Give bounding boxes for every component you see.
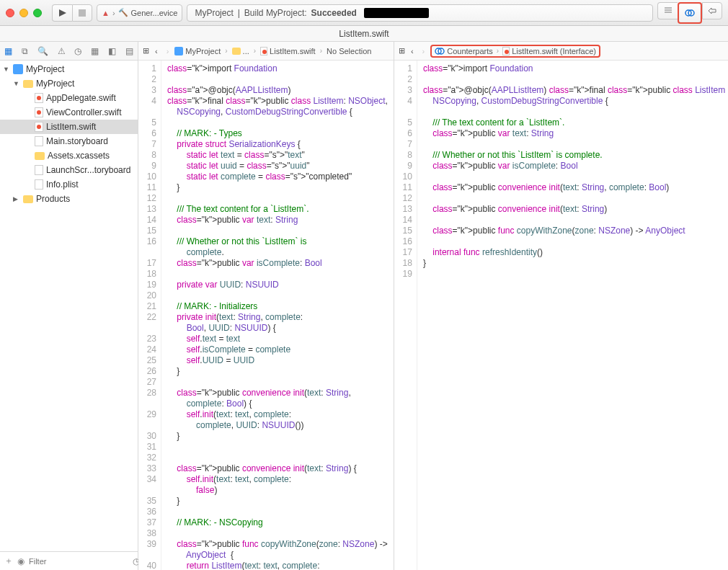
file-label: Main.storyboard bbox=[46, 136, 108, 146]
jump-file[interactable]: ListItem.swift bbox=[260, 47, 316, 55]
app-icon: ▲ bbox=[102, 9, 110, 17]
file-label: Info.plist bbox=[46, 179, 79, 190]
project-navigator-tab[interactable]: ▦ bbox=[4, 46, 12, 56]
chevron-icon: › bbox=[252, 47, 257, 55]
chevron-icon: › bbox=[319, 47, 324, 55]
tree-file[interactable]: AppDelegate.swift bbox=[0, 91, 138, 105]
jump-counterparts[interactable]: Counterparts bbox=[435, 47, 493, 55]
navigator-tabs: ▦ ⧉ 🔍 ⚠ ◷ ▦ ◧ ▤ bbox=[0, 42, 138, 61]
related-items-icon[interactable]: ⊞ bbox=[143, 46, 149, 55]
symbol-navigator-tab[interactable]: ⧉ bbox=[22, 46, 28, 56]
scheme-selector[interactable]: ▲ › 🔨 Gener...evice bbox=[97, 4, 182, 22]
filter-input[interactable] bbox=[29, 557, 128, 566]
run-stop-group bbox=[52, 4, 92, 22]
jump-selection[interactable]: No Selection bbox=[327, 47, 371, 55]
issue-navigator-tab[interactable]: ⚠ bbox=[58, 46, 66, 56]
close-window-button[interactable] bbox=[6, 9, 14, 17]
assistant-editor-button[interactable] bbox=[680, 4, 700, 22]
forward-button[interactable]: › bbox=[420, 47, 428, 55]
counterparts-highlight: Counterparts › ListItem.swift (Interface… bbox=[430, 45, 600, 58]
report-navigator-tab[interactable]: ▤ bbox=[125, 46, 133, 56]
folder-icon bbox=[23, 80, 33, 88]
redacted-area bbox=[364, 8, 429, 18]
zoom-window-button[interactable] bbox=[33, 9, 42, 17]
activity-status[interactable]: MyProject | Build MyProject: Succeeded bbox=[187, 4, 653, 22]
back-button[interactable]: ‹ bbox=[152, 47, 161, 55]
file-title: ListItem.swift bbox=[339, 29, 389, 39]
chevron-right-icon: › bbox=[112, 9, 115, 17]
swift-file-icon bbox=[35, 93, 43, 103]
tree-file[interactable]: Info.plist bbox=[0, 177, 138, 192]
disclosure-icon[interactable]: ▼ bbox=[3, 66, 10, 73]
swift-file-icon bbox=[35, 107, 43, 117]
related-items-icon[interactable]: ⊞ bbox=[399, 46, 405, 55]
jump-bar-right[interactable]: ⊞ ‹ › Counterparts › ListItem.swift (Int… bbox=[394, 42, 728, 61]
status-action: Build MyProject: bbox=[244, 8, 307, 18]
project-icon bbox=[174, 47, 183, 55]
folder-icon bbox=[23, 195, 33, 203]
jump-folder[interactable]: ... bbox=[232, 47, 249, 55]
assets-icon bbox=[35, 152, 45, 160]
folder-icon bbox=[232, 48, 241, 55]
products-label: Products bbox=[36, 194, 70, 204]
storyboard-file-icon bbox=[35, 165, 43, 175]
jump-project[interactable]: MyProject bbox=[174, 47, 221, 55]
code-content[interactable]: class="k">import Foundation class="a">@o… bbox=[161, 61, 394, 570]
status-sep: | bbox=[238, 8, 240, 18]
chevron-icon: › bbox=[223, 47, 228, 55]
tree-group[interactable]: ▼ MyProject bbox=[0, 76, 138, 91]
tree-file[interactable]: ViewController.swift bbox=[0, 105, 138, 120]
disclosure-icon[interactable]: ▼ bbox=[13, 80, 20, 87]
status-result: Succeeded bbox=[311, 8, 357, 18]
breakpoint-navigator-tab[interactable]: ◧ bbox=[108, 46, 116, 56]
forward-button[interactable]: › bbox=[164, 47, 172, 55]
navigator-footer: ＋ ◉ ◷ ▢ bbox=[0, 551, 138, 570]
filter-scope-icon[interactable]: ◉ bbox=[17, 556, 25, 566]
code-content[interactable]: class="k">import Foundation class="a">@o… bbox=[417, 61, 728, 570]
assistant-editor-highlight bbox=[678, 2, 702, 24]
svg-rect-1 bbox=[79, 9, 86, 17]
tree-products[interactable]: ▶ Products bbox=[0, 192, 138, 206]
root-label: MyProject bbox=[26, 64, 64, 74]
project-icon bbox=[13, 64, 23, 74]
minimize-window-button[interactable] bbox=[19, 9, 28, 17]
code-editor-right[interactable]: 1234 5678910111213141516171819 class="k"… bbox=[394, 61, 728, 570]
tree-file-selected[interactable]: ListItem.swift bbox=[0, 120, 138, 134]
storyboard-file-icon bbox=[35, 136, 43, 146]
scheme-target-label: Gener...evice bbox=[131, 9, 178, 17]
debug-navigator-tab[interactable]: ▦ bbox=[91, 46, 99, 56]
jump-interface-file[interactable]: ListItem.swift (Interface) bbox=[502, 47, 596, 55]
run-button[interactable] bbox=[52, 4, 72, 22]
file-label: Assets.xcassets bbox=[48, 151, 110, 161]
counterparts-icon bbox=[435, 47, 445, 55]
tree-file[interactable]: LaunchScr...toryboard bbox=[0, 163, 138, 177]
line-gutter: 1234 5678910111213141516171819 bbox=[394, 61, 417, 570]
hammer-icon: 🔨 bbox=[118, 8, 128, 17]
swift-file-icon bbox=[35, 122, 43, 132]
window-controls bbox=[6, 9, 42, 17]
version-editor-button[interactable] bbox=[702, 2, 722, 19]
tree-file[interactable]: Main.storyboard bbox=[0, 134, 138, 148]
line-gutter: 1234 5678910111213141516 171819202122 23… bbox=[138, 61, 161, 570]
jump-bar-left[interactable]: ⊞ ‹ › MyProject › ... › ListItem.swift › bbox=[138, 42, 394, 61]
chevron-icon: › bbox=[495, 47, 500, 55]
test-navigator-tab[interactable]: ◷ bbox=[74, 46, 81, 56]
primary-editor: ⊞ ‹ › MyProject › ... › ListItem.swift › bbox=[138, 42, 394, 570]
back-button[interactable]: ‹ bbox=[408, 47, 417, 55]
swift-file-icon bbox=[502, 47, 510, 55]
status-project: MyProject bbox=[195, 8, 233, 18]
add-button[interactable]: ＋ bbox=[4, 555, 13, 567]
swift-file-icon bbox=[260, 47, 267, 55]
group-label: MyProject bbox=[36, 79, 74, 89]
project-tree[interactable]: ▼ MyProject ▼ MyProject AppDelegate.swif… bbox=[0, 61, 138, 551]
main-area: ▦ ⧉ 🔍 ⚠ ◷ ▦ ◧ ▤ ▼ MyProject ▼ MyProject … bbox=[0, 42, 728, 570]
tree-file[interactable]: Assets.xcassets bbox=[0, 148, 138, 163]
stop-button[interactable] bbox=[72, 4, 92, 22]
navigator-panel: ▦ ⧉ 🔍 ⚠ ◷ ▦ ◧ ▤ ▼ MyProject ▼ MyProject … bbox=[0, 42, 138, 570]
code-editor-left[interactable]: 1234 5678910111213141516 171819202122 23… bbox=[138, 61, 394, 570]
standard-editor-button[interactable] bbox=[657, 2, 678, 19]
disclosure-icon[interactable]: ▶ bbox=[13, 195, 20, 202]
file-label: AppDelegate.swift bbox=[46, 93, 116, 103]
tree-root[interactable]: ▼ MyProject bbox=[0, 62, 138, 76]
find-navigator-tab[interactable]: 🔍 bbox=[37, 46, 48, 56]
